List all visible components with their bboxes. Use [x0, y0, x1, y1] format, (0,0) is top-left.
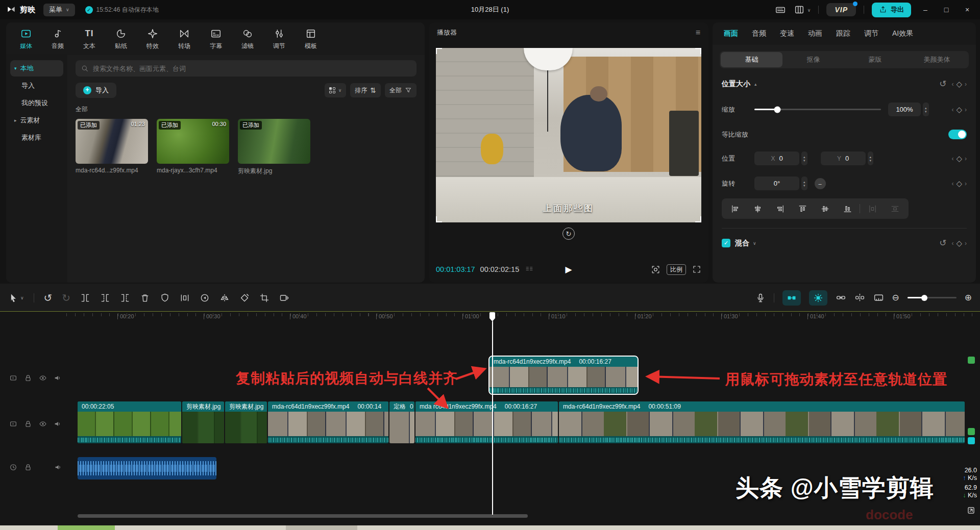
subtab-cutout[interactable]: 抠像	[782, 52, 844, 67]
ratio-button[interactable]: 比例	[667, 264, 686, 275]
selection-handle[interactable]	[436, 48, 442, 54]
timeline-clip[interactable]: mda-rc64d1n9xecz99fx.mp400:00:14	[268, 401, 388, 443]
speaker-icon[interactable]	[54, 462, 62, 471]
tab-effects[interactable]: 特效	[138, 27, 167, 52]
tab-audio[interactable]: 音频	[43, 27, 72, 52]
lock-icon[interactable]	[24, 373, 32, 382]
extract-audio-button[interactable]	[279, 293, 289, 303]
sidebar-item-import[interactable]: 导入	[6, 78, 67, 94]
sidebar-item-presets[interactable]: 我的预设	[6, 95, 67, 111]
timeline-clip[interactable]: 剪映素材.jpg	[182, 401, 224, 443]
search-bar[interactable]	[76, 60, 416, 77]
timeline-clip[interactable]: 00:00:22:05	[78, 401, 181, 443]
sidebar-item-library[interactable]: 素材库	[6, 130, 67, 146]
redo-button[interactable]: ↻	[62, 292, 70, 304]
selection-handle[interactable]	[436, 216, 442, 222]
align-left-button[interactable]	[724, 200, 746, 217]
tab-captions[interactable]: 字幕	[201, 27, 231, 52]
timeline-clip[interactable]: mda rc64d1n9xecz99fx.mp400:00:16:27	[415, 401, 558, 443]
flip-button[interactable]	[219, 293, 230, 303]
eye-icon[interactable]	[39, 419, 47, 428]
main-track-icon[interactable]	[9, 419, 17, 428]
minimize-button[interactable]: –	[919, 6, 932, 14]
unlink-toggle[interactable]	[854, 292, 865, 303]
align-right-button[interactable]	[769, 200, 791, 217]
align-center-horizontal-button[interactable]	[746, 200, 769, 217]
slider-knob[interactable]	[921, 295, 927, 301]
media-card[interactable]: 已添加 00:30 mda-rjayx...3cfh7.mp4	[157, 119, 229, 175]
rotate-stepper[interactable]: ▴▾	[801, 176, 807, 190]
close-button[interactable]: ×	[961, 6, 974, 14]
timeline-clip[interactable]: 剪映素材.jpg	[225, 401, 267, 443]
timeline-zoom-slider[interactable]	[908, 297, 957, 298]
crop-button[interactable]	[259, 293, 270, 303]
uniform-scale-toggle[interactable]	[948, 130, 967, 139]
subtab-beauty[interactable]: 美颜美体	[906, 52, 968, 67]
keyframe-control[interactable]: ‹◇›	[951, 179, 967, 188]
adapt-timeline-icon[interactable]	[966, 506, 976, 515]
player-menu-icon[interactable]: ≡	[696, 28, 700, 37]
zoom-in-button[interactable]: ⊕	[965, 292, 972, 303]
reset-icon[interactable]: ↺	[939, 79, 946, 89]
magnetic-toggle[interactable]	[809, 290, 827, 306]
video-preview[interactable]: 上面那些图	[436, 48, 701, 222]
fullscreen-icon[interactable]	[692, 265, 701, 274]
reset-icon[interactable]: ↺	[939, 238, 946, 248]
audio-track-icon[interactable]	[9, 462, 17, 471]
speaker-icon[interactable]	[54, 419, 62, 428]
sort-button[interactable]: 排序 ⇅	[350, 83, 381, 97]
tab-animation[interactable]: 动画	[808, 29, 822, 38]
export-button[interactable]: 导出	[872, 3, 911, 17]
tab-sticker[interactable]: 贴纸	[106, 27, 136, 52]
rotate-button[interactable]	[239, 293, 250, 303]
scale-slider[interactable]	[754, 109, 881, 110]
media-card[interactable]: 已添加 01:23 mda-rc64d...z99fx.mp4	[76, 119, 148, 175]
layout-button[interactable]: ∨	[794, 4, 811, 15]
tab-media[interactable]: 媒体	[11, 27, 41, 52]
speaker-icon[interactable]	[54, 373, 62, 382]
loop-button[interactable]: ↻	[562, 228, 575, 240]
horizontal-scrollbar[interactable]	[78, 514, 528, 518]
media-card[interactable]: 已添加 剪映素材.jpg	[238, 119, 310, 175]
keyframe-control[interactable]: ‹◇›	[951, 154, 967, 163]
playhead-line[interactable]	[492, 312, 493, 515]
overlay-track-icon[interactable]	[9, 373, 17, 382]
tab-picture[interactable]: 画面	[724, 29, 738, 38]
position-x-field[interactable]: X0	[754, 152, 799, 165]
lock-icon[interactable]	[24, 419, 32, 428]
tab-adjust-props[interactable]: 调节	[864, 29, 878, 38]
collapse-icon[interactable]: ▴	[754, 82, 757, 87]
position-y-field[interactable]: Y0	[821, 152, 866, 165]
delete-button[interactable]	[140, 293, 150, 303]
auto-snap-toggle[interactable]	[782, 290, 801, 306]
tab-filters[interactable]: 滤镜	[233, 27, 262, 52]
timeline-clip-freeze[interactable]: 定格0	[389, 401, 414, 443]
select-tool-button[interactable]: ∨	[8, 293, 24, 303]
preview-axis-button[interactable]	[873, 292, 884, 303]
position-x-stepper[interactable]: ▴▾	[801, 152, 807, 165]
menu-button[interactable]: 菜单 ∨	[43, 4, 75, 16]
keyframe-control[interactable]: ‹◇›	[951, 239, 967, 248]
align-top-button[interactable]	[791, 200, 814, 217]
position-y-stepper[interactable]: ▴▾	[868, 152, 874, 165]
keyframe-control[interactable]: ‹◇›	[951, 80, 967, 89]
tab-audio-props[interactable]: 音频	[752, 29, 766, 38]
rotate-value[interactable]: 0°	[754, 176, 799, 190]
grid-view-button[interactable]: ∨	[325, 83, 347, 97]
split-left-button[interactable]	[100, 293, 110, 303]
scale-stepper[interactable]: ▴▾	[923, 103, 929, 116]
sidebar-item-cloud[interactable]: ▸云素材	[6, 112, 67, 129]
distribute-horizontal-button[interactable]	[861, 200, 884, 217]
playhead-handle[interactable]	[489, 312, 496, 321]
zoom-out-button[interactable]: ⊖	[892, 292, 899, 303]
split-button[interactable]	[80, 293, 90, 303]
tab-templates[interactable]: 模板	[296, 27, 326, 52]
scale-value[interactable]: 100%	[888, 103, 921, 116]
vip-button[interactable]: VIP	[826, 3, 856, 16]
distribute-vertical-button[interactable]	[884, 200, 906, 217]
play-button[interactable]: ▶	[565, 264, 572, 275]
shortcuts-button[interactable]	[775, 4, 786, 15]
overlay-clip-selected[interactable]: mda-rc64d1n9xecz99fx.mp4 00:00:16:27	[488, 356, 639, 395]
chevron-down-icon[interactable]: ∨	[753, 241, 756, 246]
slider-knob[interactable]	[774, 106, 780, 113]
